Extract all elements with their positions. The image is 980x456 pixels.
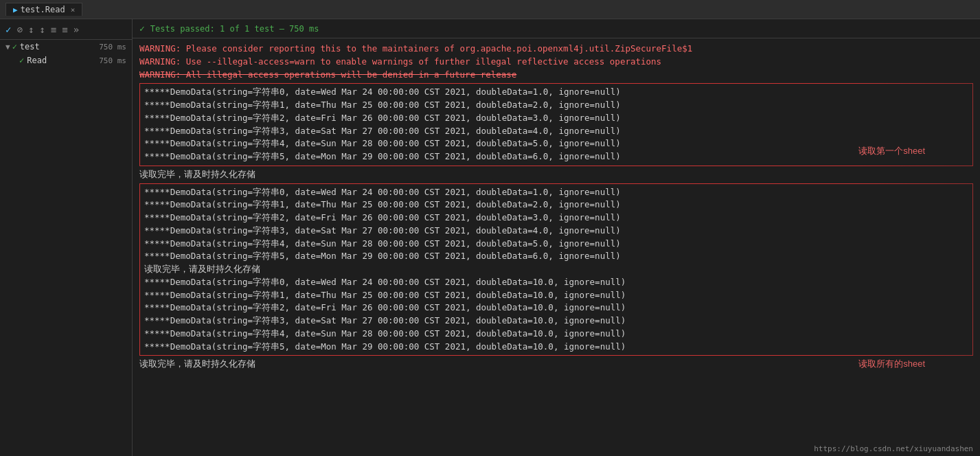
tree-label-read: Read xyxy=(27,56,99,65)
complete-msg-1: 读取完毕，请及时持久化存储 xyxy=(139,168,973,181)
s2-p2-line-1: *****DemoData(string=字符串1, date=Thu Mar … xyxy=(144,289,968,302)
pass-icon-read: ✓ xyxy=(19,56,24,65)
s2-p1-line-2: *****DemoData(string=字符串2, date=Fri Mar … xyxy=(144,212,968,225)
s2-p1-line-3: *****DemoData(string=字符串3, date=Sat Mar … xyxy=(144,225,968,238)
pass-icon-test: ✓ xyxy=(12,42,17,52)
test-tree: ▼ ✓ test 750 ms ✓ Read 750 ms xyxy=(0,40,132,456)
settings-button[interactable]: ≡ xyxy=(60,23,69,36)
s1-line-1: *****DemoData(string=字符串1, date=Thu Mar … xyxy=(144,99,968,112)
sort-asc-button[interactable]: ↕ xyxy=(27,23,35,36)
sidebar-toolbar: ✓ ⊘ ↕ ↕ ≡ ≡ » xyxy=(0,19,132,40)
tab-label: test.Read xyxy=(21,5,65,14)
tree-label-test: test xyxy=(20,42,99,52)
s1-line-0: *****DemoData(string=字符串0, date=Wed Mar … xyxy=(144,86,968,99)
s1-line-2: *****DemoData(string=字符串2, date=Fri Mar … xyxy=(144,112,968,125)
tree-item-read[interactable]: ✓ Read 750 ms xyxy=(0,54,132,67)
test-read-tab[interactable]: ▶ test.Read × xyxy=(5,3,82,16)
annotation-first-sheet: 读取第一个sheet xyxy=(858,145,925,157)
expand-button[interactable]: » xyxy=(72,23,80,36)
complete-msg-2: 读取完毕，请及时持久化存储 xyxy=(144,263,968,276)
warning-line-3: WARNING: All illegal access operations w… xyxy=(139,69,973,82)
tab-icon: ▶ xyxy=(13,5,18,14)
s2-p1-line-5: *****DemoData(string=字符串5, date=Mon Mar … xyxy=(144,250,968,263)
warning-line-2: WARNING: Use --illegal-access=warn to en… xyxy=(139,56,973,69)
s2-p2-line-0: *****DemoData(string=字符串0, date=Wed Mar … xyxy=(144,276,968,289)
sidebar: ✓ ⊘ ↕ ↕ ≡ ≡ » ▼ ✓ test 750 ms ✓ Read 750… xyxy=(0,19,133,456)
run-all-button[interactable]: ✓ xyxy=(4,23,12,36)
status-bar: ✓ Tests passed: 1 of 1 test – 750 ms xyxy=(133,19,980,38)
main-area: ✓ ⊘ ↕ ↕ ≡ ≡ » ▼ ✓ test 750 ms ✓ Read 750… xyxy=(0,19,980,456)
s1-line-4: *****DemoData(string=字符串4, date=Sun Mar … xyxy=(144,137,968,150)
s2-p1-line-4: *****DemoData(string=字符串4, date=Sun Mar … xyxy=(144,238,968,251)
s2-p2-line-4: *****DemoData(string=字符串4, date=Sun Mar … xyxy=(144,328,968,341)
s2-p1-line-1: *****DemoData(string=字符串1, date=Thu Mar … xyxy=(144,198,968,212)
s2-p2-line-3: *****DemoData(string=字符串3, date=Sat Mar … xyxy=(144,315,968,328)
status-check-icon: ✓ xyxy=(139,23,145,34)
tree-duration-read: 750 ms xyxy=(99,56,126,65)
s1-line-3: *****DemoData(string=字符串3, date=Sat Mar … xyxy=(144,125,968,138)
s2-p2-line-5: *****DemoData(string=字符串5, date=Mon Mar … xyxy=(144,341,968,354)
expand-icon: ▼ xyxy=(5,43,10,52)
tab-close-button[interactable]: × xyxy=(71,5,76,14)
section-2-box: *****DemoData(string=字符串0, date=Wed Mar … xyxy=(139,183,973,356)
s2-p2-line-2: *****DemoData(string=字符串2, date=Fri Mar … xyxy=(144,301,968,315)
content-area: ✓ Tests passed: 1 of 1 test – 750 ms WAR… xyxy=(133,19,980,456)
stop-button[interactable]: ⊘ xyxy=(15,23,23,36)
tree-duration-test: 750 ms xyxy=(99,43,126,52)
console-area[interactable]: WARNING: Please consider reporting this … xyxy=(133,38,980,456)
s1-line-5: *****DemoData(string=字符串5, date=Mon Mar … xyxy=(144,150,968,163)
status-text: Tests passed: 1 of 1 test – 750 ms xyxy=(150,24,319,34)
filter-button[interactable]: ≡ xyxy=(49,23,58,36)
bottom-url: https://blog.csdn.net/xiuyuandashen xyxy=(814,444,973,453)
section-1-box: *****DemoData(string=字符串0, date=Wed Mar … xyxy=(139,83,973,166)
warning-line-1: WARNING: Please consider reporting this … xyxy=(139,43,973,56)
annotation-all-sheets: 读取所有的sheet xyxy=(858,358,925,370)
complete-msg-3: 读取完毕，请及时持久化存储 xyxy=(139,358,973,371)
tree-item-test[interactable]: ▼ ✓ test 750 ms xyxy=(0,40,132,54)
s2-p1-line-0: *****DemoData(string=字符串0, date=Wed Mar … xyxy=(144,186,968,199)
sort-desc-button[interactable]: ↕ xyxy=(38,23,46,36)
top-bar: ▶ test.Read × xyxy=(0,0,980,19)
